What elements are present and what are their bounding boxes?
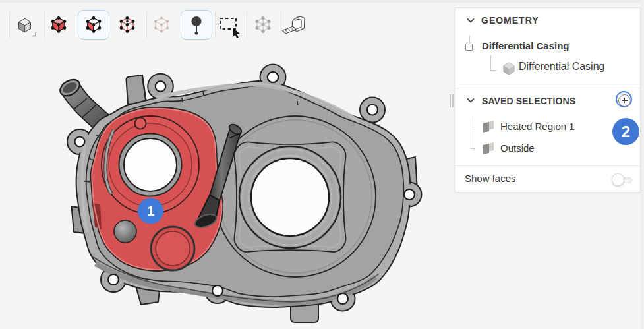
svg-text:1: 1: [147, 203, 155, 218]
